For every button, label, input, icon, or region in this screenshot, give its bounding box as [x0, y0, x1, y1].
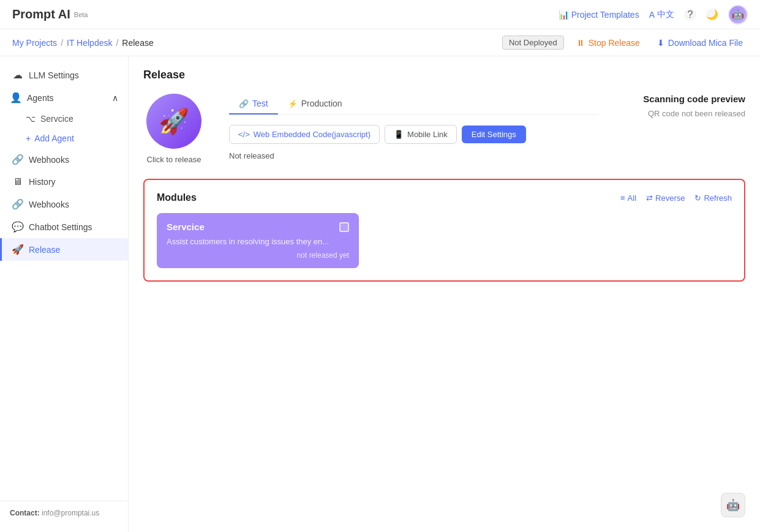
webhook-icon-2: 🔗	[12, 198, 24, 210]
app-logo: Prompt AI	[12, 7, 70, 21]
stop-icon: ⏸	[576, 38, 585, 48]
modules-refresh-button[interactable]: ↻ Refresh	[694, 193, 732, 203]
plus-icon: +	[26, 133, 31, 143]
scanning-title: Scanning code preview	[623, 94, 745, 104]
test-tab-icon: 🔗	[239, 99, 249, 108]
modules-all-button[interactable]: ≡ All	[620, 193, 636, 203]
sidebar-item-webhooks-1[interactable]: 🔗 Webhooks	[0, 148, 128, 171]
sidebar-item-servcice[interactable]: ⌥ Servcice	[0, 109, 128, 129]
list-icon: ≡	[620, 193, 625, 203]
modules-actions: ≡ All ⇄ Reverse ↻ Refresh	[620, 193, 732, 203]
main-content: Release 🚀 Click to release 🔗 Test	[129, 56, 760, 294]
chevron-up-icon: ∧	[112, 93, 118, 103]
app-beta-label: Beta	[74, 11, 88, 18]
sidebar-item-webhooks-2[interactable]: 🔗 Webhooks	[0, 193, 128, 215]
sidebar-item-release[interactable]: 🚀 Release	[0, 238, 128, 261]
fab-button[interactable]: 🤖	[721, 493, 745, 517]
download-mica-button[interactable]: ⬇ Download Mica File	[652, 36, 748, 50]
language-switcher[interactable]: A 中文	[649, 9, 674, 20]
breadcrumb-it-helpdesk[interactable]: IT Helpdesk	[67, 38, 112, 48]
tab-test[interactable]: 🔗 Test	[229, 94, 278, 114]
sidebar: ☁ LLM Settings 👤 Agents ∧ ⌥ Servcice + A…	[0, 56, 129, 532]
module-card-title: Servcice	[167, 222, 205, 232]
sidebar-item-add-agent[interactable]: + Add Agent	[0, 129, 128, 148]
cloud-icon: ☁	[12, 69, 24, 81]
modules-header: Modules ≡ All ⇄ Reverse ↻ Refresh	[157, 192, 732, 203]
code-icon: </>	[238, 130, 250, 139]
theme-toggle[interactable]: 🌙	[706, 9, 718, 21]
layout: ☁ LLM Settings 👤 Agents ∧ ⌥ Servcice + A…	[0, 56, 760, 532]
page-title: Release	[143, 69, 745, 81]
subheader-actions: Not Deployed ⏸ Stop Release ⬇ Download M…	[502, 36, 748, 50]
not-deployed-badge: Not Deployed	[502, 36, 564, 50]
history-icon: 🖥	[12, 176, 24, 187]
sidebar-item-llm-settings[interactable]: ☁ LLM Settings	[0, 64, 128, 86]
breadcrumb-sep-2: /	[116, 38, 118, 48]
mobile-icon: 📱	[394, 130, 404, 139]
project-templates-link[interactable]: 📊 Project Templates	[559, 10, 639, 20]
breadcrumb: My Projects / IT Helpdesk / Release	[12, 38, 502, 48]
module-card-servcice[interactable]: Servcice Assist customers in resolving i…	[157, 213, 359, 268]
sidebar-item-history[interactable]: 🖥 History	[0, 171, 128, 193]
tabs: 🔗 Test ⚡ Production	[229, 94, 598, 115]
scanning-preview: Scanning code preview QR code not been r…	[623, 94, 745, 118]
agents-section-left: 👤 Agents	[10, 92, 54, 103]
release-options: </> Web Embedded Code(javascript) 📱 Mobi…	[229, 125, 598, 144]
sidebar-item-chatbot-settings[interactable]: 💬 Chatbot Settings	[0, 215, 128, 238]
breadcrumb-release: Release	[122, 38, 153, 48]
bar-chart-icon: 📊	[559, 10, 569, 20]
release-tabs-area: 🔗 Test ⚡ Production </> Web Embedded Cod…	[229, 94, 598, 160]
rocket-icon: 🚀	[159, 107, 189, 136]
breadcrumb-sep-1: /	[61, 38, 63, 48]
release-avatar-circle[interactable]: 🚀	[146, 94, 201, 149]
sidebar-section-agents[interactable]: 👤 Agents ∧	[0, 86, 128, 109]
production-tab-icon: ⚡	[288, 99, 298, 108]
mobile-link-button[interactable]: 📱 Mobile Link	[385, 125, 457, 144]
help-button[interactable]: ?	[684, 9, 696, 21]
modules-section: Modules ≡ All ⇄ Reverse ↻ Refresh	[143, 179, 745, 282]
subheader: My Projects / IT Helpdesk / Release Not …	[0, 29, 760, 56]
reverse-icon: ⇄	[646, 193, 653, 203]
not-released-text: Not released	[229, 151, 598, 160]
edit-settings-button[interactable]: Edit Settings	[462, 126, 526, 143]
sidebar-contact: Contact: info@promptai.us	[0, 501, 128, 525]
tab-production[interactable]: ⚡ Production	[278, 94, 352, 114]
release-avatar-wrap: 🚀 Click to release	[143, 94, 205, 164]
module-card-status: not released yet	[167, 251, 349, 260]
release-icon: 🚀	[12, 244, 24, 255]
module-card-description: Assist customers in resolving issues the…	[167, 237, 349, 246]
user-avatar[interactable]: 🤖	[728, 5, 748, 24]
stop-release-button[interactable]: ⏸ Stop Release	[571, 36, 645, 50]
modules-title: Modules	[157, 192, 197, 203]
branch-icon: ⌥	[26, 114, 36, 124]
refresh-icon: ↻	[694, 193, 701, 203]
modules-reverse-button[interactable]: ⇄ Reverse	[646, 193, 685, 203]
language-icon: A	[649, 10, 655, 20]
chatbot-icon: 💬	[12, 221, 24, 233]
click-to-release-label: Click to release	[147, 155, 201, 164]
module-card-header: Servcice	[167, 222, 349, 232]
module-card-checkbox[interactable]	[339, 222, 349, 232]
fab-icon: 🤖	[726, 498, 740, 512]
web-embedded-button[interactable]: </> Web Embedded Code(javascript)	[229, 125, 380, 144]
main-content-area: Release 🚀 Click to release 🔗 Test	[129, 56, 760, 532]
webhook-icon-1: 🔗	[12, 154, 24, 165]
scanning-subtitle: QR code not been released	[623, 109, 745, 118]
download-icon: ⬇	[657, 38, 664, 48]
release-top: 🚀 Click to release 🔗 Test ⚡ Production	[143, 94, 745, 164]
agents-icon: 👤	[10, 92, 22, 103]
topbar-right: 📊 Project Templates A 中文 ? 🌙 🤖	[559, 5, 748, 24]
topbar: Prompt AI Beta 📊 Project Templates A 中文 …	[0, 0, 760, 29]
breadcrumb-my-projects[interactable]: My Projects	[12, 38, 57, 48]
